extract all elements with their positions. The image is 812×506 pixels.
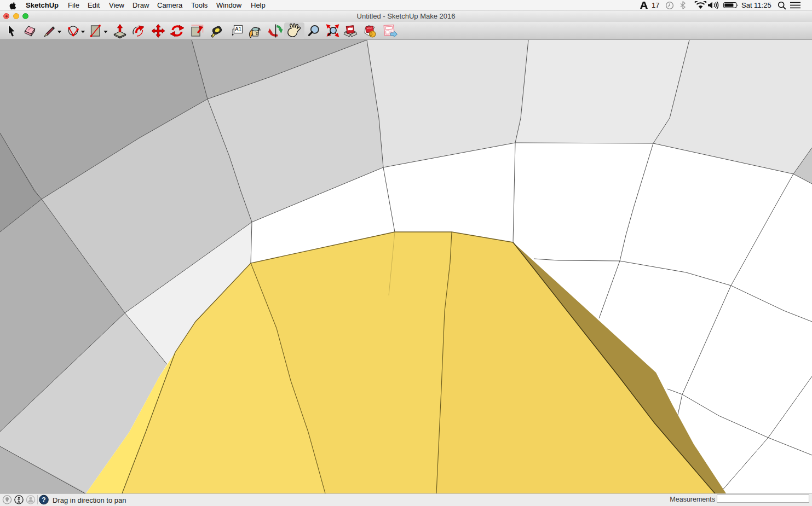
svg-text:A1: A1 bbox=[235, 26, 242, 32]
svg-text:?: ? bbox=[42, 496, 45, 504]
